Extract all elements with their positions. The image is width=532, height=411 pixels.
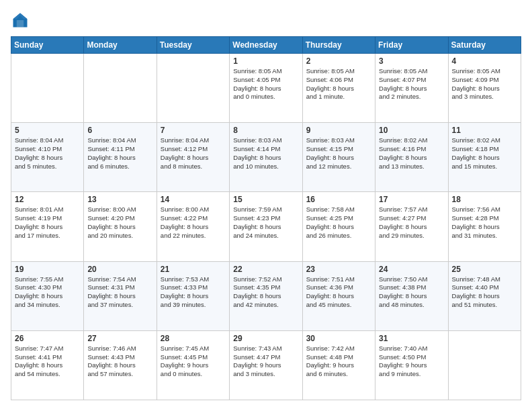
day-number: 24: [379, 265, 444, 274]
day-info: Sunrise: 7:52 AM Sunset: 4:35 PM Dayligh…: [233, 275, 298, 310]
svg-rect-2: [17, 20, 24, 28]
day-info: Sunrise: 8:02 AM Sunset: 4:18 PM Dayligh…: [452, 136, 517, 171]
day-number: 11: [452, 126, 517, 135]
day-info: Sunrise: 8:03 AM Sunset: 4:15 PM Dayligh…: [306, 136, 371, 171]
calendar-cell: 22Sunrise: 7:52 AM Sunset: 4:35 PM Dayli…: [230, 261, 302, 330]
day-info: Sunrise: 8:00 AM Sunset: 4:20 PM Dayligh…: [87, 205, 152, 240]
calendar-cell: [448, 330, 521, 400]
calendar-cell: [11, 54, 84, 123]
day-number: 26: [15, 334, 80, 343]
calendar-cell: [157, 54, 229, 123]
calendar-week-row: 26Sunrise: 7:47 AM Sunset: 4:41 PM Dayli…: [11, 330, 521, 400]
day-info: Sunrise: 7:42 AM Sunset: 4:48 PM Dayligh…: [306, 345, 371, 379]
day-info: Sunrise: 8:05 AM Sunset: 4:06 PM Dayligh…: [306, 67, 371, 101]
day-info: Sunrise: 7:43 AM Sunset: 4:47 PM Dayligh…: [233, 345, 298, 379]
day-number: 22: [233, 265, 298, 274]
day-info: Sunrise: 8:04 AM Sunset: 4:10 PM Dayligh…: [15, 136, 80, 171]
calendar-cell: [84, 54, 157, 123]
header: [11, 11, 521, 30]
day-number: 13: [87, 195, 152, 204]
calendar-cell: 15Sunrise: 7:59 AM Sunset: 4:23 PM Dayli…: [230, 192, 302, 261]
day-info: Sunrise: 7:48 AM Sunset: 4:40 PM Dayligh…: [452, 275, 517, 310]
calendar-cell: 31Sunrise: 7:40 AM Sunset: 4:50 PM Dayli…: [375, 330, 448, 400]
calendar-cell: 7Sunrise: 8:04 AM Sunset: 4:12 PM Daylig…: [157, 123, 229, 192]
day-number: 31: [379, 334, 444, 343]
day-number: 21: [161, 265, 226, 274]
day-info: Sunrise: 7:40 AM Sunset: 4:50 PM Dayligh…: [379, 345, 444, 379]
day-info: Sunrise: 7:45 AM Sunset: 4:45 PM Dayligh…: [161, 345, 226, 379]
calendar-cell: 2Sunrise: 8:05 AM Sunset: 4:06 PM Daylig…: [302, 54, 375, 123]
day-number: 8: [233, 126, 298, 135]
day-number: 6: [87, 126, 152, 135]
day-number: 12: [15, 195, 80, 204]
weekday-row: SundayMondayTuesdayWednesdayThursdayFrid…: [11, 37, 521, 54]
day-number: 5: [15, 126, 80, 135]
day-info: Sunrise: 7:46 AM Sunset: 4:43 PM Dayligh…: [87, 345, 152, 379]
calendar-cell: 28Sunrise: 7:45 AM Sunset: 4:45 PM Dayli…: [157, 330, 229, 400]
day-info: Sunrise: 7:58 AM Sunset: 4:25 PM Dayligh…: [306, 205, 371, 240]
calendar-cell: 18Sunrise: 7:56 AM Sunset: 4:28 PM Dayli…: [448, 192, 521, 261]
calendar-cell: 14Sunrise: 8:00 AM Sunset: 4:22 PM Dayli…: [157, 192, 229, 261]
calendar-cell: 9Sunrise: 8:03 AM Sunset: 4:15 PM Daylig…: [302, 123, 375, 192]
day-number: 1: [233, 56, 298, 66]
day-number: 30: [306, 334, 371, 343]
calendar-week-row: 5Sunrise: 8:04 AM Sunset: 4:10 PM Daylig…: [11, 123, 521, 192]
calendar-week-row: 12Sunrise: 8:01 AM Sunset: 4:19 PM Dayli…: [11, 192, 521, 261]
day-info: Sunrise: 7:50 AM Sunset: 4:38 PM Dayligh…: [379, 275, 444, 310]
calendar-cell: 8Sunrise: 8:03 AM Sunset: 4:14 PM Daylig…: [230, 123, 302, 192]
calendar-body: 1Sunrise: 8:05 AM Sunset: 4:05 PM Daylig…: [11, 54, 521, 400]
day-number: 15: [233, 195, 298, 204]
day-info: Sunrise: 7:57 AM Sunset: 4:27 PM Dayligh…: [379, 205, 444, 240]
calendar-cell: 24Sunrise: 7:50 AM Sunset: 4:38 PM Dayli…: [375, 261, 448, 330]
day-number: 29: [233, 334, 298, 343]
calendar-cell: 21Sunrise: 7:53 AM Sunset: 4:33 PM Dayli…: [157, 261, 229, 330]
day-info: Sunrise: 7:54 AM Sunset: 4:31 PM Dayligh…: [87, 275, 152, 310]
day-info: Sunrise: 8:00 AM Sunset: 4:22 PM Dayligh…: [161, 205, 226, 240]
logo: [11, 11, 32, 30]
day-info: Sunrise: 7:59 AM Sunset: 4:23 PM Dayligh…: [233, 205, 298, 240]
day-number: 17: [379, 195, 444, 204]
day-number: 25: [452, 265, 517, 274]
calendar-cell: 1Sunrise: 8:05 AM Sunset: 4:05 PM Daylig…: [230, 54, 302, 123]
calendar-cell: 11Sunrise: 8:02 AM Sunset: 4:18 PM Dayli…: [448, 123, 521, 192]
calendar-cell: 12Sunrise: 8:01 AM Sunset: 4:19 PM Dayli…: [11, 192, 84, 261]
calendar-cell: 27Sunrise: 7:46 AM Sunset: 4:43 PM Dayli…: [84, 330, 157, 400]
calendar-cell: 16Sunrise: 7:58 AM Sunset: 4:25 PM Dayli…: [302, 192, 375, 261]
day-number: 18: [452, 195, 517, 204]
calendar-cell: 23Sunrise: 7:51 AM Sunset: 4:36 PM Dayli…: [302, 261, 375, 330]
calendar-cell: 19Sunrise: 7:55 AM Sunset: 4:30 PM Dayli…: [11, 261, 84, 330]
day-info: Sunrise: 7:55 AM Sunset: 4:30 PM Dayligh…: [15, 275, 80, 310]
day-number: 16: [306, 195, 371, 204]
day-number: 20: [87, 265, 152, 274]
day-info: Sunrise: 8:05 AM Sunset: 4:05 PM Dayligh…: [233, 67, 298, 101]
day-number: 3: [379, 56, 444, 66]
calendar-cell: 4Sunrise: 8:05 AM Sunset: 4:09 PM Daylig…: [448, 54, 521, 123]
day-number: 9: [306, 126, 371, 135]
day-info: Sunrise: 8:05 AM Sunset: 4:07 PM Dayligh…: [379, 67, 444, 101]
calendar-header: SundayMondayTuesdayWednesdayThursdayFrid…: [11, 37, 521, 54]
calendar-cell: 6Sunrise: 8:04 AM Sunset: 4:11 PM Daylig…: [84, 123, 157, 192]
day-info: Sunrise: 8:02 AM Sunset: 4:16 PM Dayligh…: [379, 136, 444, 171]
day-info: Sunrise: 8:05 AM Sunset: 4:09 PM Dayligh…: [452, 67, 517, 101]
day-number: 27: [87, 334, 152, 343]
weekday-header: Saturday: [448, 37, 521, 54]
weekday-header: Thursday: [302, 37, 375, 54]
day-info: Sunrise: 7:53 AM Sunset: 4:33 PM Dayligh…: [161, 275, 226, 310]
weekday-header: Wednesday: [230, 37, 302, 54]
calendar-cell: 10Sunrise: 8:02 AM Sunset: 4:16 PM Dayli…: [375, 123, 448, 192]
calendar-week-row: 1Sunrise: 8:05 AM Sunset: 4:05 PM Daylig…: [11, 54, 521, 123]
day-info: Sunrise: 7:56 AM Sunset: 4:28 PM Dayligh…: [452, 205, 517, 240]
day-info: Sunrise: 7:47 AM Sunset: 4:41 PM Dayligh…: [15, 345, 80, 379]
day-info: Sunrise: 8:01 AM Sunset: 4:19 PM Dayligh…: [15, 205, 80, 240]
day-number: 7: [161, 126, 226, 135]
day-number: 2: [306, 56, 371, 66]
page: SundayMondayTuesdayWednesdayThursdayFrid…: [0, 0, 532, 411]
weekday-header: Friday: [375, 37, 448, 54]
day-number: 28: [161, 334, 226, 343]
weekday-header: Monday: [84, 37, 157, 54]
day-number: 10: [379, 126, 444, 135]
weekday-header: Tuesday: [157, 37, 229, 54]
day-info: Sunrise: 8:04 AM Sunset: 4:11 PM Dayligh…: [87, 136, 152, 171]
day-info: Sunrise: 7:51 AM Sunset: 4:36 PM Dayligh…: [306, 275, 371, 310]
calendar-cell: 17Sunrise: 7:57 AM Sunset: 4:27 PM Dayli…: [375, 192, 448, 261]
